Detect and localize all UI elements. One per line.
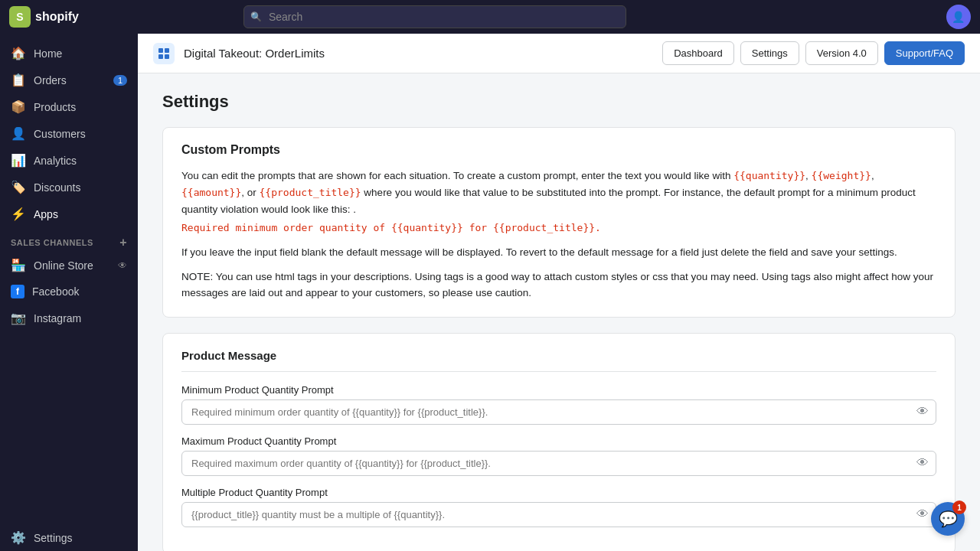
channels-label: SALES CHANNELS: [11, 238, 93, 247]
home-icon: 🏠: [11, 46, 26, 60]
page-content: Settings Custom Prompts You can edit the…: [138, 73, 980, 551]
analytics-icon: 📊: [11, 153, 26, 168]
channels-section-header: SALES CHANNELS +: [0, 227, 138, 252]
tag-quantity: {{quantity}}: [733, 170, 805, 181]
add-channel-button[interactable]: +: [119, 236, 127, 249]
tag-product-title: {{product_title}}: [260, 187, 361, 198]
online-store-icon: 🏪: [11, 258, 26, 272]
app-header-icon: [153, 43, 175, 64]
sidebar-label-customers: Customers: [34, 128, 86, 140]
min-product-quantity-input[interactable]: [181, 399, 936, 425]
search-bar: 🔍: [243, 5, 626, 28]
support-faq-button[interactable]: Support/FAQ: [884, 41, 965, 65]
search-icon: 🔍: [250, 11, 262, 22]
orders-badge: 1: [113, 75, 127, 86]
products-icon: 📦: [11, 99, 26, 114]
svg-rect-3: [165, 54, 169, 59]
sidebar-label-orders: Orders: [34, 74, 67, 86]
example-code: Required minimum order quantity of {{qua…: [181, 220, 936, 236]
product-message-card: Product Message Minimum Product Quantity…: [162, 333, 956, 551]
chat-bubble[interactable]: 💬 1: [931, 502, 965, 536]
discounts-icon: 🏷️: [11, 180, 26, 194]
min-eye-icon[interactable]: 👁: [916, 405, 929, 419]
sidebar-label-online-store: Online Store: [34, 259, 93, 272]
sidebar-item-settings[interactable]: ⚙️ Settings: [0, 524, 138, 551]
sidebar: 🏠 Home 📋 Orders 1 📦 Products 👤 Customers…: [0, 34, 138, 551]
multiple-product-quantity-input[interactable]: [181, 502, 936, 527]
shopify-logo[interactable]: S shopify: [9, 6, 79, 28]
multiple-product-quantity-group: Multiple Product Quantity Prompt 👁: [181, 487, 936, 527]
sidebar-bottom: ⚙️ Settings: [0, 524, 138, 551]
sidebar-label-settings: Settings: [34, 532, 73, 544]
min-product-quantity-label: Minimum Product Quantity Prompt: [181, 384, 936, 396]
max-product-quantity-group: Maximum Product Quantity Prompt 👁: [181, 435, 936, 476]
multiple-product-quantity-wrap: 👁: [181, 502, 936, 527]
sidebar-item-analytics[interactable]: 📊 Analytics: [0, 147, 138, 174]
sidebar-label-discounts: Discounts: [34, 181, 80, 194]
custom-prompts-title: Custom Prompts: [181, 143, 936, 157]
sidebar-label-apps: Apps: [34, 208, 58, 220]
app-header-bar: Digital Takeout: OrderLimits Dashboard S…: [138, 34, 980, 73]
svg-rect-2: [158, 54, 163, 59]
tag-amount: {{amount}}: [181, 187, 241, 198]
custom-prompts-card: Custom Prompts You can edit the prompts …: [162, 127, 956, 318]
svg-rect-0: [158, 48, 163, 53]
main-content: Digital Takeout: OrderLimits Dashboard S…: [138, 34, 980, 551]
max-product-quantity-label: Maximum Product Quantity Prompt: [181, 435, 936, 447]
avatar[interactable]: 👤: [946, 5, 971, 29]
sidebar-item-online-store[interactable]: 🏪 Online Store 👁: [0, 252, 138, 279]
facebook-icon: f: [11, 285, 24, 298]
multiple-eye-icon[interactable]: 👁: [916, 507, 929, 521]
apps-icon: ⚡: [11, 207, 26, 221]
max-eye-icon[interactable]: 👁: [916, 456, 929, 470]
sidebar-label-facebook: Facebook: [32, 285, 79, 298]
sidebar-item-home[interactable]: 🏠 Home: [0, 40, 138, 67]
shopify-logo-icon: S: [9, 6, 31, 28]
max-product-quantity-input[interactable]: [181, 451, 936, 476]
app-header-buttons: Dashboard Settings Version 4.0 Support/F…: [662, 41, 965, 65]
min-product-quantity-wrap: 👁: [181, 399, 936, 425]
version-button[interactable]: Version 4.0: [805, 41, 878, 65]
dashboard-button[interactable]: Dashboard: [662, 41, 734, 65]
settings-button[interactable]: Settings: [740, 41, 799, 65]
sidebar-item-orders[interactable]: 📋 Orders 1: [0, 67, 138, 93]
chat-badge: 1: [952, 500, 966, 514]
sidebar-item-facebook[interactable]: f Facebook: [0, 279, 138, 305]
sidebar-item-discounts[interactable]: 🏷️ Discounts: [0, 174, 138, 201]
para1-prefix: You can edit the prompts that are shown …: [181, 170, 733, 181]
sidebar-item-apps[interactable]: ⚡ Apps: [0, 201, 138, 227]
sidebar-label-analytics: Analytics: [34, 155, 77, 167]
page-title: Settings: [162, 92, 956, 112]
sidebar-item-customers[interactable]: 👤 Customers: [0, 120, 138, 147]
product-message-title: Product Message: [181, 349, 936, 372]
search-input[interactable]: [243, 5, 626, 28]
tag-weight: {{weight}}: [812, 170, 871, 181]
min-product-quantity-group: Minimum Product Quantity Prompt 👁: [181, 384, 936, 425]
para1-mid2: ,: [871, 170, 874, 181]
settings-icon: ⚙️: [11, 530, 26, 545]
sidebar-label-home: Home: [34, 47, 62, 60]
app-header-title: Digital Takeout: OrderLimits: [184, 47, 653, 60]
sidebar-label-products: Products: [34, 101, 76, 113]
svg-rect-1: [165, 48, 169, 53]
shopify-logo-text: shopify: [35, 10, 79, 24]
customers-icon: 👤: [11, 126, 26, 141]
para1-mid3: , or: [241, 187, 259, 198]
sidebar-item-instagram[interactable]: 📷 Instagram: [0, 305, 138, 331]
instagram-icon: 📷: [11, 311, 26, 325]
sidebar-item-products[interactable]: 📦 Products: [0, 93, 138, 120]
custom-prompts-para3: NOTE: You can use html tags in your desc…: [181, 269, 936, 302]
top-navigation: S shopify 🔍 👤: [0, 0, 980, 34]
custom-prompts-para2: If you leave the input field blank the d…: [181, 244, 936, 261]
online-store-eye-icon[interactable]: 👁: [118, 260, 127, 271]
max-product-quantity-wrap: 👁: [181, 451, 936, 476]
custom-prompts-para1: You can edit the prompts that are shown …: [181, 168, 936, 236]
multiple-product-quantity-label: Multiple Product Quantity Prompt: [181, 487, 936, 498]
top-nav-right: 👤: [946, 5, 971, 29]
orders-icon: 📋: [11, 73, 26, 87]
sidebar-label-instagram: Instagram: [34, 312, 81, 324]
para1-mid1: ,: [805, 170, 812, 181]
